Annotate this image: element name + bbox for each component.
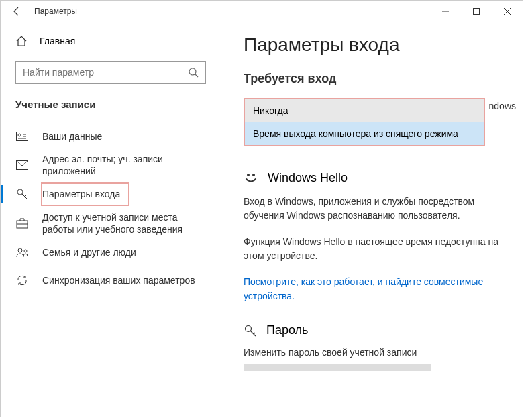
back-button[interactable] <box>7 2 26 21</box>
dropdown-option-sleep[interactable]: Время выхода компьютера из спящего режим… <box>245 122 484 145</box>
nav-label: Семья и другие люди <box>42 246 136 258</box>
require-signin-dropdown[interactable]: ndows Никогда Время выхода компьютера из… <box>244 98 485 146</box>
people-icon <box>15 246 29 259</box>
svg-line-12 <box>25 195 26 197</box>
hello-unavailable: Функция Windows Hello в настоящее время … <box>244 235 503 263</box>
maximize-button[interactable] <box>461 1 492 22</box>
person-card-icon <box>15 129 29 143</box>
search-input[interactable] <box>23 67 188 78</box>
sync-icon <box>15 274 29 287</box>
key-icon <box>244 324 257 337</box>
svg-point-10 <box>17 189 23 195</box>
dropdown-option-never[interactable]: Никогда <box>245 99 484 122</box>
nav-item-your-info[interactable]: Ваши данные <box>15 122 223 150</box>
nav-label: Адрес эл. почты; уч. записи приложений <box>42 153 210 177</box>
svg-line-21 <box>254 333 255 334</box>
search-box[interactable] <box>15 61 206 84</box>
hello-description: Вход в Windows, приложения и службы поср… <box>244 195 503 223</box>
home-icon <box>15 35 28 47</box>
svg-point-15 <box>18 248 22 252</box>
require-signin-heading: Требуется вход <box>244 72 503 86</box>
hello-title: Windows Hello <box>268 171 348 185</box>
svg-rect-1 <box>474 9 480 15</box>
key-icon <box>15 187 29 201</box>
titlebar: Параметры <box>1 1 523 22</box>
nav-label: Параметры входа <box>41 182 129 205</box>
main-content: Параметры входа Требуется вход ndows Ник… <box>223 22 523 417</box>
section-title: Учетные записи <box>15 99 223 110</box>
minimize-button[interactable] <box>430 1 461 22</box>
svg-point-18 <box>252 174 255 176</box>
svg-point-5 <box>18 134 21 136</box>
window-controls <box>430 1 523 22</box>
nav-item-sync[interactable]: Синхронизация ваших параметров <box>15 266 223 295</box>
svg-line-3 <box>195 74 198 77</box>
mail-icon <box>15 158 29 172</box>
password-description: Изменить пароль своей учетной записи <box>244 347 503 358</box>
nav-item-work-access[interactable]: Доступ к учетной записи места работы или… <box>15 209 223 238</box>
svg-point-16 <box>24 250 27 252</box>
window-title: Параметры <box>34 7 77 16</box>
home-link[interactable]: Главная <box>15 29 223 53</box>
nav-item-family[interactable]: Семья и другие люди <box>15 238 223 266</box>
hello-learn-more-link[interactable]: Посмотрите, как это работает, и найдите … <box>244 275 503 303</box>
svg-point-2 <box>189 68 196 75</box>
close-button[interactable] <box>492 1 523 22</box>
nav-item-email[interactable]: Адрес эл. почты; уч. записи приложений <box>15 150 223 180</box>
nav-label: Синхронизация ваших параметров <box>42 274 195 286</box>
nav-item-signin-options[interactable]: Параметры входа <box>15 180 223 208</box>
nav-label: Ваши данные <box>42 130 102 142</box>
nav-label: Доступ к учетной записи места работы или… <box>42 211 210 235</box>
page-title: Параметры входа <box>244 34 503 56</box>
nav-list: Ваши данные Адрес эл. почты; уч. записи … <box>15 122 223 295</box>
password-change-button[interactable] <box>244 364 431 371</box>
briefcase-icon <box>15 217 29 230</box>
smile-icon <box>244 170 258 185</box>
password-title: Пароль <box>266 323 308 337</box>
password-heading: Пароль <box>244 323 503 337</box>
settings-window: Параметры Главная <box>0 0 523 417</box>
svg-line-11 <box>22 194 27 199</box>
sidebar: Главная Учетные записи Ваши данные <box>1 22 223 417</box>
search-icon <box>188 67 199 78</box>
truncated-text: ndows <box>489 101 516 111</box>
home-label: Главная <box>40 36 75 46</box>
svg-point-17 <box>247 174 250 176</box>
windows-hello-heading: Windows Hello <box>244 170 503 185</box>
